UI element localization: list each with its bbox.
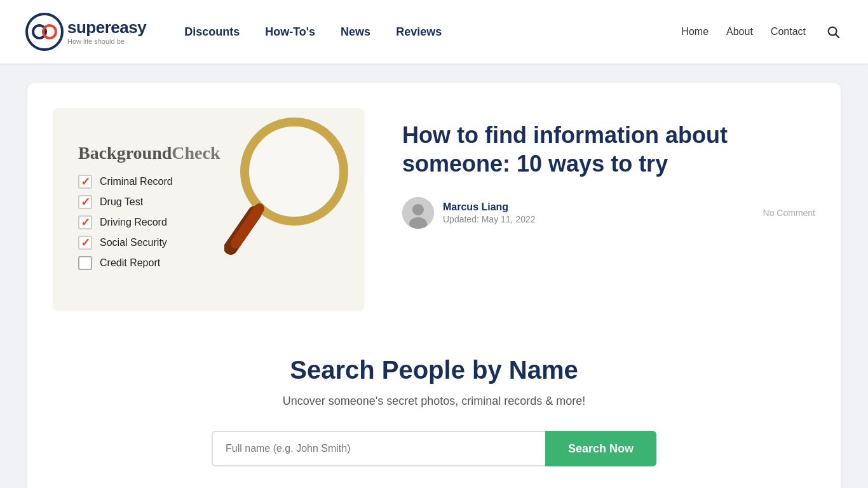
search-people-title: Search People by Name bbox=[53, 356, 815, 384]
nav-reviews[interactable]: Reviews bbox=[396, 25, 442, 39]
author-avatar-img bbox=[402, 197, 434, 229]
article-image: BackgroundCheck ✓ Criminal Record ✓ Drug… bbox=[53, 108, 364, 311]
search-now-button[interactable]: Search Now bbox=[545, 431, 656, 466]
author-name: Marcus Liang bbox=[443, 201, 754, 213]
no-comment-label: No Comment bbox=[763, 208, 815, 218]
nav-contact[interactable]: Contact bbox=[771, 26, 806, 37]
svg-point-9 bbox=[412, 204, 424, 215]
svg-line-4 bbox=[836, 34, 839, 37]
search-subtitle: Uncover someone's secret photos, crimina… bbox=[53, 395, 815, 408]
content-card: BackgroundCheck ✓ Criminal Record ✓ Drug… bbox=[27, 83, 841, 488]
nav-discounts[interactable]: Discounts bbox=[184, 25, 240, 39]
logo[interactable]: super easy How life should be bbox=[25, 13, 146, 51]
nav-home[interactable]: Home bbox=[681, 26, 709, 37]
checkbox-driving: ✓ bbox=[78, 215, 92, 229]
logo-tagline: How life should be bbox=[67, 37, 146, 45]
logo-easy-text: easy bbox=[111, 18, 146, 37]
main-nav: Discounts How-To's News Reviews bbox=[184, 25, 681, 39]
logo-icon bbox=[25, 13, 64, 51]
search-section: Search People by Name Uncover someone's … bbox=[53, 343, 815, 473]
nav-news[interactable]: News bbox=[341, 25, 370, 39]
nav-about[interactable]: About bbox=[726, 26, 753, 37]
nav-howtos[interactable]: How-To's bbox=[265, 25, 315, 39]
checkbox-criminal: ✓ bbox=[78, 175, 92, 189]
checkbox-credit bbox=[78, 256, 92, 270]
avatar bbox=[402, 197, 434, 229]
checkbox-drug: ✓ bbox=[78, 195, 92, 209]
author-row: Marcus Liang Updated: May 11, 2022 No Co… bbox=[402, 197, 815, 229]
search-bar-row: Search Now bbox=[212, 431, 656, 466]
article-info: How to find information about someone: 1… bbox=[402, 108, 815, 229]
article-title: How to find information about someone: 1… bbox=[402, 121, 815, 178]
magnifying-glass-icon bbox=[224, 114, 358, 261]
header-right: Home About Contact bbox=[681, 22, 843, 41]
checkbox-social: ✓ bbox=[78, 236, 92, 250]
search-icon-button[interactable] bbox=[824, 22, 843, 41]
search-icon bbox=[826, 25, 840, 39]
author-meta: Marcus Liang Updated: May 11, 2022 bbox=[443, 201, 754, 224]
article-top: BackgroundCheck ✓ Criminal Record ✓ Drug… bbox=[53, 108, 815, 311]
logo-super-text: super bbox=[67, 18, 111, 37]
search-input[interactable] bbox=[212, 431, 545, 466]
author-date: Updated: May 11, 2022 bbox=[443, 214, 754, 224]
